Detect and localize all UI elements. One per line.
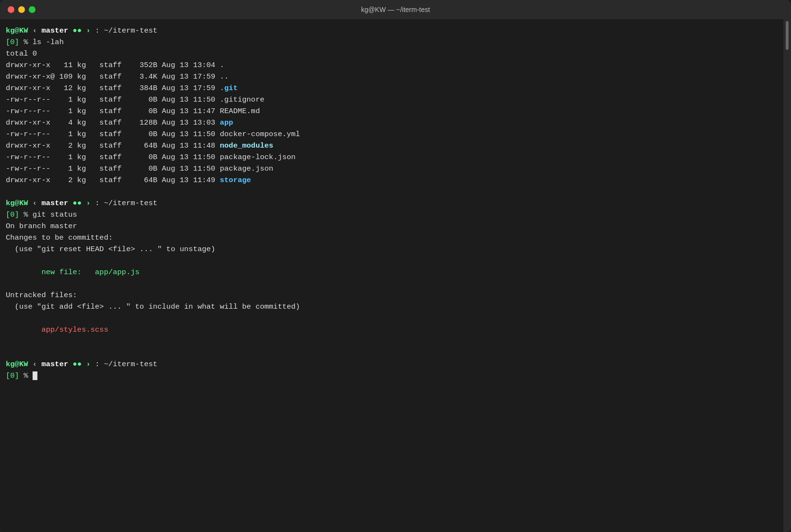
terminal-content[interactable]: kg@KW ‹ master ●● › : ~/iterm-test [0] %… bbox=[0, 19, 791, 532]
git-untracked-header: Untracked files: bbox=[6, 289, 781, 301]
prompt-line-3: kg@KW ‹ master ●● › : ~/iterm-test bbox=[6, 359, 781, 370]
blank-2 bbox=[6, 255, 781, 266]
ls-row-storage: drwxr-xr-x 2 kg staff 64B Aug 13 11:49 s… bbox=[6, 174, 781, 186]
git-untracked-file: app/styles.scss bbox=[6, 324, 781, 335]
blank-1 bbox=[6, 186, 781, 197]
ls-row-dot: drwxr-xr-x 11 kg staff 352B Aug 13 13:04… bbox=[6, 59, 781, 71]
window-title: kg@KW — ~/iterm-test bbox=[361, 6, 430, 13]
scrollbar-thumb[interactable] bbox=[786, 21, 789, 50]
cmd-final: [0] % bbox=[6, 370, 781, 382]
blank-5 bbox=[6, 335, 781, 347]
maximize-button[interactable] bbox=[29, 6, 35, 13]
git-staged-file: new file: app/app.js bbox=[6, 266, 781, 278]
ls-row-git: drwxr-xr-x 12 kg staff 384B Aug 13 17:59… bbox=[6, 82, 781, 94]
git-branch-line: On branch master bbox=[6, 220, 781, 232]
scrollbar[interactable] bbox=[783, 19, 791, 532]
ls-row-dotdot: drwxr-xr-x@ 109 kg staff 3.4K Aug 13 17:… bbox=[6, 71, 781, 82]
close-button[interactable] bbox=[8, 6, 14, 13]
cmd-git-status: [0] % git status bbox=[6, 209, 781, 220]
ls-row-gitignore: -rw-r--r-- 1 kg staff 0B Aug 13 11:50 .g… bbox=[6, 94, 781, 105]
titlebar: kg@KW — ~/iterm-test bbox=[0, 0, 791, 19]
minimize-button[interactable] bbox=[18, 6, 25, 13]
blank-6 bbox=[6, 347, 781, 359]
blank-4 bbox=[6, 312, 781, 324]
git-changes-header: Changes to be committed: bbox=[6, 232, 781, 243]
ls-row-pkg: -rw-r--r-- 1 kg staff 0B Aug 13 11:50 pa… bbox=[6, 163, 781, 174]
prompt-line-1: kg@KW ‹ master ●● › : ~/iterm-test bbox=[6, 25, 781, 36]
terminal-cursor bbox=[33, 371, 37, 380]
prompt-line-2: kg@KW ‹ master ●● › : ~/iterm-test bbox=[6, 197, 781, 209]
ls-row-docker: -rw-r--r-- 1 kg staff 0B Aug 13 11:50 do… bbox=[6, 128, 781, 140]
ls-row-app: drwxr-xr-x 4 kg staff 128B Aug 13 13:03 … bbox=[6, 117, 781, 128]
git-add-hint: (use "git add <file> ... " to include in… bbox=[6, 301, 781, 312]
traffic-lights bbox=[8, 6, 35, 13]
cmd-ls: [0] % ls -lah bbox=[6, 36, 781, 48]
git-reset-hint: (use "git reset HEAD <file> ... " to uns… bbox=[6, 243, 781, 255]
ls-row-nodemodules: drwxr-xr-x 2 kg staff 64B Aug 13 11:48 n… bbox=[6, 140, 781, 151]
ls-row-pkglock: -rw-r--r-- 1 kg staff 0B Aug 13 11:50 pa… bbox=[6, 151, 781, 163]
ls-row-readme: -rw-r--r-- 1 kg staff 0B Aug 13 11:47 RE… bbox=[6, 105, 781, 117]
blank-3 bbox=[6, 278, 781, 289]
terminal-window: kg@KW — ~/iterm-test kg@KW ‹ master ●● ›… bbox=[0, 0, 791, 532]
total-line: total 0 bbox=[6, 48, 781, 59]
